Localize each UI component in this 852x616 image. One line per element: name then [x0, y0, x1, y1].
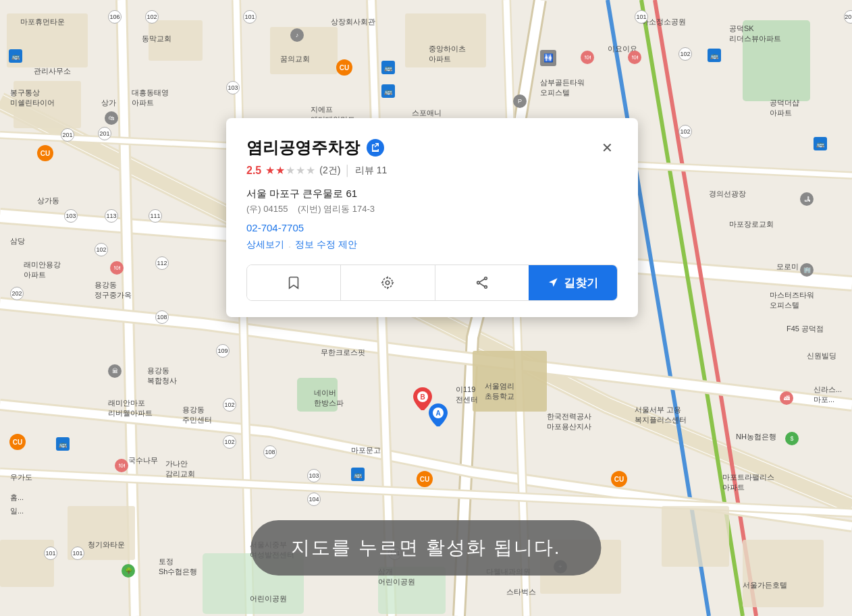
star-3: ★	[286, 164, 295, 177]
road-number: 102	[223, 435, 236, 449]
road-number: 101	[44, 547, 57, 560]
bus-stop-2: 🚌	[381, 84, 395, 98]
road-number: 102	[145, 10, 159, 24]
bookmark-button[interactable]	[247, 265, 341, 300]
stars: ★ ★ ★ ★ ★	[265, 164, 315, 177]
road-number: 108	[155, 310, 169, 324]
bus-stop-6: 🚌	[56, 437, 70, 451]
bus-stop-5: 🚌	[9, 49, 22, 63]
star-1: ★	[265, 164, 275, 177]
svg-rect-15	[743, 20, 810, 101]
svg-point-24	[484, 286, 487, 289]
poi-music: ♪	[290, 28, 304, 42]
svg-rect-13	[473, 351, 547, 412]
toilet-icon: 🚻	[540, 50, 556, 66]
svg-text:B: B	[420, 393, 425, 401]
svg-point-21	[383, 278, 393, 288]
poi-sinmin: 🏙	[780, 391, 793, 405]
road-number: 103	[226, 81, 240, 94]
info-card: 염리공영주차장 ✕ 2.5 ★ ★ ★ ★ ★ (2건) │ 리뷰 11	[226, 118, 638, 317]
road-number: 112	[155, 256, 169, 270]
location-button[interactable]	[341, 265, 435, 300]
poi-shop: 🛍	[105, 111, 118, 125]
cu-badge-4: CU	[417, 471, 433, 487]
svg-rect-11	[0, 540, 54, 587]
poi-bank: $	[785, 432, 799, 445]
poi-restaurant: 🍽	[581, 51, 594, 64]
star-4: ★	[296, 164, 305, 177]
star-5: ★	[306, 164, 315, 177]
road-number: 106	[108, 10, 122, 24]
star-2: ★	[275, 164, 285, 177]
external-link-button[interactable]	[367, 139, 384, 157]
road-number: 102	[223, 398, 236, 412]
poi-restaurant-3: 🍽	[115, 459, 128, 472]
bus-stop-1: 🚌	[381, 61, 395, 74]
share-button[interactable]	[435, 265, 529, 300]
road-number: 101	[71, 547, 84, 560]
svg-point-20	[386, 281, 390, 285]
link-separator: .	[288, 239, 291, 251]
road-number: 108	[263, 445, 277, 459]
info-links: 상세보기 . 정보 수정 제안	[246, 239, 618, 251]
road-number: 102	[678, 47, 692, 61]
road-number: 101	[243, 10, 257, 24]
svg-marker-27	[549, 278, 558, 287]
edit-link[interactable]: 정보 수정 제안	[295, 239, 357, 251]
cu-badge-1: CU	[336, 59, 352, 76]
review-label: 리뷰 11	[355, 165, 387, 177]
address-main: 서울 마포구 큰우물로 61	[246, 188, 618, 200]
cu-badge-5: CU	[611, 471, 627, 487]
address-section: 서울 마포구 큰우물로 61 (우) 04155 (지번) 염리동 174-3	[246, 188, 618, 215]
svg-rect-4	[14, 81, 81, 128]
svg-point-22	[484, 277, 487, 280]
rating-score: 2.5	[246, 165, 261, 177]
cu-badge-3: CU	[9, 434, 26, 450]
bus-stop-4: 🚌	[708, 49, 721, 62]
map-background[interactable]: 마포휴먼타운 동막교회 상장회사회관 아소정소공원 공덕SK리더스뷰아파트 꿈의…	[0, 0, 852, 616]
svg-line-26	[479, 283, 484, 287]
rating-row: 2.5 ★ ★ ★ ★ ★ (2건) │ 리뷰 11	[246, 164, 618, 177]
road-number: 201	[98, 127, 111, 140]
poi-misc: 🏢	[800, 263, 814, 277]
poi-gov: 🏛	[108, 364, 122, 378]
road-number: 102	[95, 243, 108, 256]
svg-rect-5	[149, 20, 203, 61]
road-number: 103	[307, 469, 321, 482]
poi-food-2: 🍽	[110, 261, 124, 275]
toast-overlay[interactable]: 지도를 누르면 활성화 됩니다.	[250, 520, 601, 576]
poi-park: 🏞	[800, 192, 814, 206]
marker-a: A	[429, 403, 448, 426]
address-sub: (우) 04155 (지번) 염리동 174-3	[246, 203, 618, 215]
poi-restaurant-2: 🍽	[628, 51, 641, 64]
road-number: 102	[678, 125, 692, 138]
road-number: 104	[307, 493, 321, 506]
svg-text:A: A	[435, 410, 440, 417]
phone-number[interactable]: 02-704-7705	[246, 222, 618, 233]
road-number: 103	[64, 209, 78, 223]
svg-rect-7	[405, 13, 486, 67]
road-number: 109	[216, 344, 230, 358]
svg-rect-14	[297, 378, 338, 412]
bus-stop-7: 🚌	[351, 468, 365, 481]
rating-divider: │	[344, 165, 350, 176]
svg-line-25	[479, 279, 484, 283]
svg-rect-6	[270, 27, 338, 74]
road-number: 202	[10, 287, 24, 300]
action-row: 길찾기	[246, 264, 618, 301]
road-number: 201	[61, 128, 74, 142]
road-number: 113	[105, 209, 118, 223]
svg-point-23	[477, 281, 479, 284]
road-number: 111	[149, 209, 162, 223]
poi-parking: P	[513, 94, 527, 108]
poi-tree: 🌳	[122, 564, 135, 578]
detail-link[interactable]: 상세보기	[246, 239, 284, 251]
svg-rect-9	[662, 506, 729, 567]
close-button[interactable]: ✕	[596, 137, 618, 159]
cu-badge-2: CU	[37, 145, 53, 161]
navigate-button[interactable]: 길찾기	[529, 265, 617, 300]
place-title: 염리공영주차장	[246, 137, 360, 159]
bus-stop-3: 🚌	[814, 137, 827, 150]
svg-rect-10	[743, 540, 824, 607]
road-number: 101	[635, 10, 648, 24]
